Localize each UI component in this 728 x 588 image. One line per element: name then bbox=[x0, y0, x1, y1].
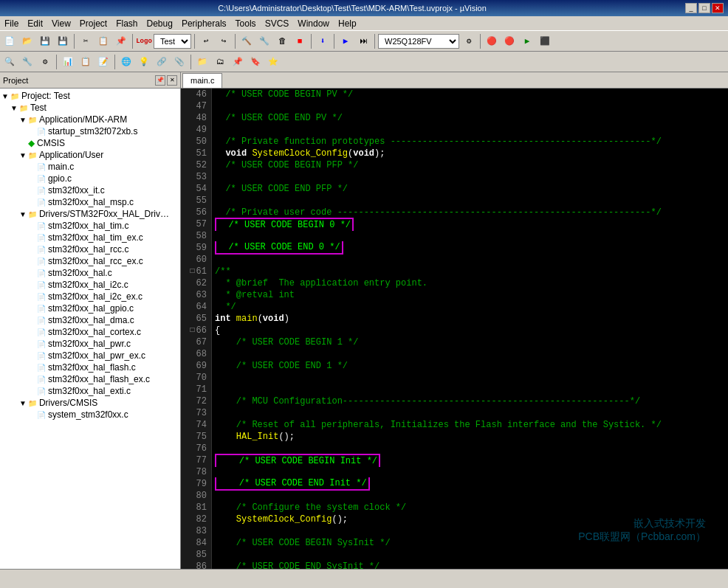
menu-peripherals[interactable]: Peripherals bbox=[177, 16, 231, 30]
tb2-btn4[interactable]: 📊 bbox=[60, 54, 76, 70]
tree-item[interactable]: 📄stm32f0xx_hal_rcc.c bbox=[0, 243, 180, 255]
menu-debug[interactable]: Debug bbox=[142, 16, 177, 30]
tb2-btn6[interactable]: 📝 bbox=[95, 54, 111, 70]
menu-tools[interactable]: Tools bbox=[231, 16, 261, 30]
code-line[interactable]: /* MCU Configuration--------------------… bbox=[215, 395, 725, 407]
tb2-btn14[interactable]: 🔖 bbox=[247, 54, 264, 70]
code-line[interactable]: SystemClock_Config(); bbox=[215, 513, 725, 525]
code-line[interactable]: /* Reset of all peripherals, Initializes… bbox=[215, 419, 725, 431]
copy-button[interactable]: 📋 bbox=[95, 33, 111, 49]
save-all-button[interactable]: 💾 bbox=[55, 33, 71, 49]
code-line[interactable]: int main(void) bbox=[215, 313, 725, 325]
redo-button[interactable]: ↪ bbox=[216, 33, 232, 49]
tree-item[interactable]: 📄stm32f0xx_hal_flash.c bbox=[0, 362, 180, 373]
code-line[interactable]: /* USER CODE BEGIN 0 */ bbox=[215, 218, 725, 230]
maximize-button[interactable]: □ bbox=[698, 3, 710, 13]
logo-btn[interactable]: Logo bbox=[136, 33, 152, 49]
tree-item[interactable]: ▼📁Test bbox=[0, 102, 180, 114]
tree-item[interactable]: ▼📁Drivers/STM32F0xx_HAL_Driv… bbox=[0, 208, 180, 220]
rebuild-button[interactable]: 🔧 bbox=[256, 33, 272, 49]
code-line[interactable]: /* USER CODE END 0 */ bbox=[215, 242, 725, 254]
save-button[interactable]: 💾 bbox=[37, 33, 53, 49]
tb2-btn7[interactable]: 🌐 bbox=[118, 54, 134, 70]
tab-main-c[interactable]: main.c bbox=[182, 73, 222, 88]
menu-svcs[interactable]: SVCS bbox=[261, 16, 294, 30]
code-body[interactable]: 464748495051525354555657585960□616263646… bbox=[181, 89, 728, 569]
tree-item[interactable]: 📄stm32f0xx_hal_pwr.c bbox=[0, 338, 180, 350]
tree-item[interactable]: 📄stm32f0xx_hal_tim_ex.c bbox=[0, 232, 180, 243]
code-line[interactable]: * @brief The application entry point. bbox=[215, 277, 725, 289]
code-line[interactable]: HAL_Init(); bbox=[215, 431, 725, 443]
code-line[interactable]: { bbox=[215, 325, 725, 336]
tree-item[interactable]: 📄system_stm32f0xx.c bbox=[0, 409, 180, 421]
cut-button[interactable]: ✂ bbox=[78, 33, 94, 49]
code-line[interactable]: * @retval int bbox=[215, 289, 725, 301]
title-buttons[interactable]: _ □ ✕ bbox=[685, 3, 724, 13]
tree-item[interactable]: 📄stm32f0xx_hal_msp.c bbox=[0, 196, 180, 208]
code-line[interactable]: /* USER CODE END Init */ bbox=[215, 478, 725, 490]
code-line[interactable]: /* USER CODE END PV */ bbox=[215, 112, 725, 124]
tree-item[interactable]: ◆CMSIS bbox=[0, 137, 180, 149]
code-line[interactable]: /* USER CODE END PFP */ bbox=[215, 183, 725, 195]
menu-flash[interactable]: Flash bbox=[111, 16, 142, 30]
menu-file[interactable]: File bbox=[0, 16, 23, 30]
chip-config-button[interactable]: ⚙ bbox=[461, 33, 477, 49]
code-line[interactable] bbox=[215, 100, 725, 112]
menu-edit[interactable]: Edit bbox=[23, 16, 47, 30]
code-line[interactable]: void SystemClock_Config(void); bbox=[215, 148, 725, 159]
tree-item[interactable]: 📄stm32f0xx_hal_exti.c bbox=[0, 385, 180, 397]
tree-item[interactable]: ▼📁Project: Test bbox=[0, 90, 180, 102]
code-line[interactable] bbox=[215, 384, 725, 395]
code-line[interactable] bbox=[215, 466, 725, 478]
code-line[interactable] bbox=[215, 254, 725, 266]
tree-item[interactable]: 📄main.c bbox=[0, 161, 180, 173]
tree-item[interactable]: 📄stm32f0xx_it.c bbox=[0, 184, 180, 196]
clean-button[interactable]: 🗑 bbox=[274, 33, 290, 49]
collapse-btn[interactable]: □ bbox=[190, 325, 195, 336]
stop2-button[interactable]: ⬛ bbox=[537, 33, 553, 49]
menu-view[interactable]: View bbox=[47, 16, 75, 30]
tb2-btn11[interactable]: 📁 bbox=[194, 54, 210, 70]
debug-step-button[interactable]: ⏭ bbox=[355, 33, 371, 49]
tree-item[interactable]: 📄gpio.c bbox=[0, 173, 180, 184]
tree-item[interactable]: 📄stm32f0xx_hal_rcc_ex.c bbox=[0, 255, 180, 267]
options-button[interactable]: 🔴 bbox=[501, 33, 518, 49]
tb2-btn13[interactable]: 📌 bbox=[230, 54, 246, 70]
tb2-btn9[interactable]: 🔗 bbox=[154, 54, 170, 70]
chip-dropdown[interactable]: W25Q128FV bbox=[378, 34, 459, 49]
code-content[interactable]: /* USER CODE BEGIN PV */ /* USER CODE EN… bbox=[212, 89, 728, 569]
menu-window[interactable]: Window bbox=[293, 16, 334, 30]
close-button[interactable]: ✕ bbox=[712, 3, 724, 13]
tb2-btn2[interactable]: 🔧 bbox=[19, 54, 35, 70]
code-line[interactable] bbox=[215, 549, 725, 561]
code-line[interactable] bbox=[215, 525, 725, 537]
tb2-btn3[interactable]: ⚙ bbox=[37, 54, 53, 70]
tree-item[interactable]: ▼📁Application/User bbox=[0, 149, 180, 161]
tree-item[interactable]: 📄stm32f0xx_hal_cortex.c bbox=[0, 326, 180, 338]
panel-btn1[interactable]: 📌 bbox=[155, 75, 165, 86]
tree-item[interactable]: 📄stm32f0xx_hal.c bbox=[0, 267, 180, 279]
tree-item[interactable]: 📄stm32f0xx_hal_i2c.c bbox=[0, 279, 180, 291]
tree-item[interactable]: 📄stm32f0xx_hal_pwr_ex.c bbox=[0, 350, 180, 362]
new-file-button[interactable]: 📄 bbox=[1, 33, 18, 49]
menu-project[interactable]: Project bbox=[75, 16, 111, 30]
open-file-button[interactable]: 📂 bbox=[19, 33, 35, 49]
tb2-btn12[interactable]: 🗂 bbox=[212, 54, 228, 70]
debug-start-button[interactable]: ▶ bbox=[337, 33, 354, 49]
tb2-btn1[interactable]: 🔍 bbox=[1, 54, 18, 70]
settings-button[interactable]: 🔴 bbox=[484, 33, 500, 49]
project-dropdown[interactable]: Test bbox=[154, 34, 191, 49]
code-line[interactable]: */ bbox=[215, 301, 725, 313]
code-line[interactable]: /* Private user code -------------------… bbox=[215, 207, 725, 218]
tree-item[interactable]: 📄startup_stm32f072xb.s bbox=[0, 125, 180, 137]
tree-item[interactable]: ▼📁Application/MDK-ARM bbox=[0, 114, 180, 125]
code-line[interactable]: /* USER CODE BEGIN PV */ bbox=[215, 89, 725, 100]
tb2-btn10[interactable]: 📎 bbox=[171, 54, 188, 70]
code-line[interactable] bbox=[215, 490, 725, 502]
tb2-btn5[interactable]: 📋 bbox=[78, 54, 94, 70]
tb2-btn15[interactable]: ⭐ bbox=[265, 54, 281, 70]
undo-button[interactable]: ↩ bbox=[198, 33, 214, 49]
minimize-button[interactable]: _ bbox=[685, 3, 697, 13]
code-line[interactable]: /* USER CODE BEGIN PFP */ bbox=[215, 159, 725, 171]
code-line[interactable] bbox=[215, 195, 725, 207]
